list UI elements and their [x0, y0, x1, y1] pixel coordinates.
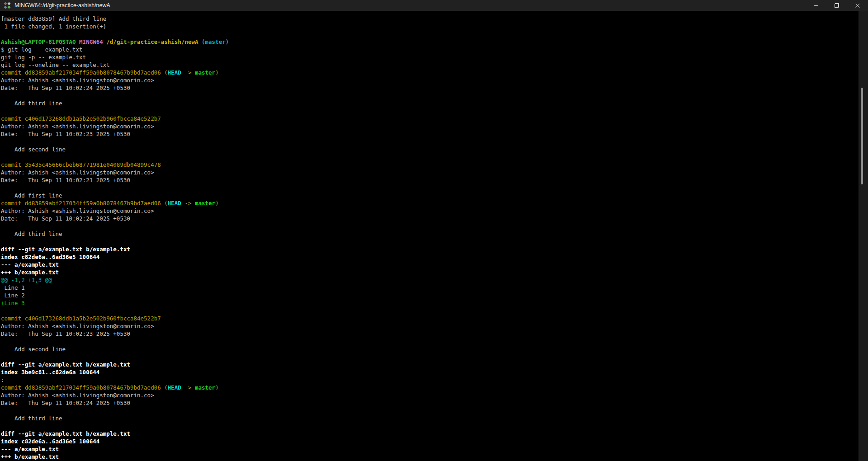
terminal-line: @@ -1,2 +1,3 @@ [1, 276, 859, 284]
terminal-line: diff --git a/example.txt b/example.txt [1, 361, 859, 368]
terminal-line: Add third line [1, 99, 859, 107]
terminal-line: Date: Thu Sep 11 10:02:23 2025 +0530 [1, 130, 859, 138]
terminal-line: --- a/example.txt [1, 261, 859, 268]
close-button[interactable] [847, 0, 868, 11]
scrollbar-thumb[interactable] [861, 88, 863, 184]
terminal-line [1, 307, 859, 315]
terminal-line: +++ b/example.txt [1, 453, 859, 461]
terminal-line [1, 184, 859, 192]
terminal-line: commit dd83859abf217034ff59a0b8078467b9b… [1, 384, 859, 391]
terminal-line: diff --git a/example.txt b/example.txt [1, 430, 859, 437]
terminal-line: [master dd83859] Add third line [1, 15, 859, 23]
terminal-line: git log -p -- example.txt [1, 53, 859, 61]
terminal-line: diff --git a/example.txt b/example.txt [1, 245, 859, 253]
terminal-line [1, 407, 859, 414]
terminal-line: Line 2 [1, 292, 859, 299]
terminal-line [1, 238, 859, 245]
terminal-line: Date: Thu Sep 11 10:02:24 2025 +0530 [1, 215, 859, 222]
terminal-line: +Line 3 [1, 299, 859, 307]
terminal-line [1, 107, 859, 115]
terminal-line: Add second line [1, 345, 859, 353]
terminal-line [1, 92, 859, 99]
terminal-line: Author: Ashish <ashish.livingston@comori… [1, 207, 859, 215]
terminal-line: Date: Thu Sep 11 10:02:24 2025 +0530 [1, 399, 859, 407]
terminal-line: Ashish@LAPTOP-81PQSTAQ MINGW64 /d/git-pr… [1, 38, 859, 46]
window-controls [806, 0, 868, 11]
terminal[interactable]: [master dd83859] Add third line 1 file c… [0, 11, 859, 461]
terminal-line: Author: Ashish <ashish.livingston@comori… [1, 122, 859, 130]
terminal-line: Author: Ashish <ashish.livingston@comori… [1, 322, 859, 330]
terminal-line [1, 338, 859, 345]
terminal-line: git log --oneline -- example.txt [1, 61, 859, 69]
terminal-line: Line 1 [1, 284, 859, 292]
terminal-line: --- a/example.txt [1, 445, 859, 453]
terminal-line: Date: Thu Sep 11 10:02:24 2025 +0530 [1, 84, 859, 92]
terminal-line: commit c406d173268ddb1a5b2e502b960fbcca8… [1, 115, 859, 122]
terminal-line: commit c406d173268ddb1a5b2e502b960fbcca8… [1, 315, 859, 322]
git-mingw-icon [4, 2, 11, 9]
terminal-line: commit dd83859abf217034ff59a0b8078467b9b… [1, 69, 859, 76]
scrollbar[interactable] [859, 11, 868, 461]
minimize-button[interactable] [806, 0, 826, 11]
terminal-line: Add second line [1, 146, 859, 153]
terminal-line: commit 35435c45666cbeb68771981e04089db04… [1, 161, 859, 169]
terminal-line: commit dd83859abf217034ff59a0b8078467b9b… [1, 199, 859, 207]
terminal-line [1, 222, 859, 230]
terminal-line: index c82de6a..6ad36e5 100644 [1, 437, 859, 445]
terminal-line: Author: Ashish <ashish.livingston@comori… [1, 391, 859, 399]
title-bar: MINGW64:/d/git-practice-ashish/newA [0, 0, 868, 11]
terminal-line [1, 30, 859, 38]
terminal-line: Date: Thu Sep 11 10:02:21 2025 +0530 [1, 176, 859, 184]
terminal-line: Date: Thu Sep 11 10:02:23 2025 +0530 [1, 330, 859, 338]
terminal-line [1, 153, 859, 161]
window-title: MINGW64:/d/git-practice-ashish/newA [14, 2, 806, 9]
restore-button[interactable] [826, 0, 847, 11]
minimize-icon [814, 5, 818, 6]
terminal-line: $ git log -- example.txt [1, 46, 859, 53]
terminal-line: 1 file changed, 1 insertion(+) [1, 23, 859, 30]
terminal-line: Add third line [1, 414, 859, 422]
restore-icon [835, 3, 839, 8]
terminal-line [1, 422, 859, 430]
terminal-line: : [1, 376, 859, 384]
terminal-output: [master dd83859] Add third line 1 file c… [1, 15, 859, 461]
terminal-line: Author: Ashish <ashish.livingston@comori… [1, 169, 859, 176]
close-icon [855, 3, 860, 8]
terminal-line: index 3be9c81..c82de6a 100644 [1, 368, 859, 376]
terminal-line [1, 138, 859, 146]
terminal-line: Add first line [1, 192, 859, 199]
terminal-line: +++ b/example.txt [1, 268, 859, 276]
terminal-line: Author: Ashish <ashish.livingston@comori… [1, 76, 859, 84]
terminal-line [1, 353, 859, 361]
terminal-line: Add third line [1, 230, 859, 238]
terminal-line: index c82de6a..6ad36e5 100644 [1, 253, 859, 261]
